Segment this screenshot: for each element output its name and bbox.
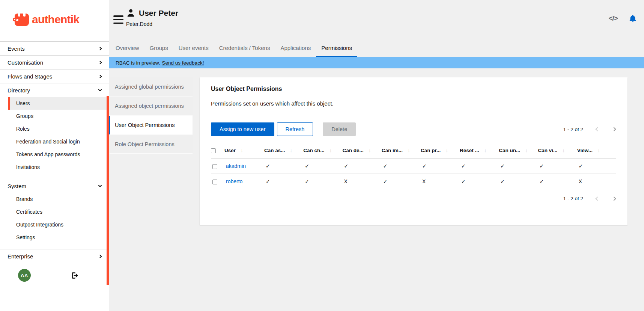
- sidebar-item-enterprise[interactable]: Enterprise: [0, 249, 109, 263]
- feedback-link[interactable]: Send us feedback!: [162, 60, 204, 66]
- column-header-view[interactable]: View...↕: [577, 143, 616, 159]
- permission-cell: ✓: [538, 159, 577, 174]
- sort-icon[interactable]: ↕: [290, 148, 293, 153]
- notifications-bell-icon[interactable]: [629, 14, 637, 23]
- page-title: User Peter: [139, 9, 178, 18]
- sidebar-item-tokens-and-app-passwords[interactable]: Tokens and App passwords: [8, 148, 109, 161]
- column-header-can-vi[interactable]: Can vi...↕: [538, 143, 577, 159]
- sidebar-scrollbar-thumb[interactable]: [107, 96, 109, 285]
- sidebar-item-customisation[interactable]: Customisation: [0, 56, 109, 69]
- app-window: authentik Events Customisation Flows and…: [0, 0, 644, 311]
- menu-toggle-button[interactable]: [113, 15, 123, 24]
- side-tab-user-object-permissions[interactable]: User Object Permissions: [109, 116, 193, 135]
- permission-cell: ✓: [303, 174, 342, 189]
- permissions-table: User↕ Can as...↕ Can ch...↕ Can de...↕ C…: [211, 143, 616, 189]
- user-object-permissions-card: User Object Permissions Permissions set …: [200, 77, 627, 225]
- avatar[interactable]: AA: [18, 269, 31, 282]
- tab-applications[interactable]: Applications: [275, 39, 316, 57]
- sort-icon[interactable]: ↕: [241, 148, 243, 153]
- permission-cell: ✓: [460, 159, 499, 174]
- column-header-can-de[interactable]: Can de...↕: [342, 143, 381, 159]
- sort-icon[interactable]: ↕: [329, 148, 332, 153]
- sidebar-item-roles[interactable]: Roles: [8, 122, 109, 135]
- authentik-logo-icon: [15, 14, 29, 26]
- chevron-left-icon: [595, 196, 599, 201]
- pagination-prev-button[interactable]: [595, 196, 600, 201]
- pagination-next-button[interactable]: [612, 127, 616, 131]
- permission-cell: ✓: [264, 174, 303, 189]
- card-title: User Object Permissions: [211, 86, 616, 92]
- sort-icon[interactable]: ↕: [445, 148, 448, 153]
- row-checkbox[interactable]: [212, 164, 217, 169]
- sidebar-item-label: Directory: [8, 87, 30, 94]
- tab-overview[interactable]: Overview: [110, 39, 144, 57]
- sidebar-item-flows-and-stages[interactable]: Flows and Stages: [0, 69, 109, 83]
- pagination-prev-button[interactable]: [595, 127, 600, 131]
- tab-groups[interactable]: Groups: [144, 39, 173, 57]
- chevron-right-icon: [98, 47, 102, 50]
- tab-permissions[interactable]: Permissions: [316, 39, 357, 57]
- sidebar-item-settings[interactable]: Settings: [8, 231, 109, 244]
- sidebar-item-label: Customisation: [8, 59, 43, 66]
- sidebar-item-federation-and-social-login[interactable]: Federation and Social login: [8, 135, 109, 148]
- chevron-down-icon: [98, 88, 102, 92]
- side-tab-role-object-permissions[interactable]: Role Object Permissions: [109, 135, 193, 154]
- column-header-user[interactable]: User↕: [224, 143, 264, 159]
- delete-button[interactable]: Delete: [323, 122, 356, 136]
- permissions-side-tabs: Assigned global permissions Assigned obj…: [109, 77, 193, 154]
- column-header-can-im[interactable]: Can im...↕: [382, 143, 421, 159]
- sidebar-item-directory[interactable]: Directory: [0, 83, 109, 97]
- chevron-right-icon: [98, 74, 102, 78]
- authentik-logo[interactable]: authentik: [0, 0, 109, 39]
- api-code-icon[interactable]: </>: [609, 14, 618, 23]
- chevron-right-icon: [98, 60, 102, 64]
- assign-to-new-user-button[interactable]: Assign to new user: [211, 122, 274, 136]
- select-all-checkbox[interactable]: [211, 148, 216, 153]
- table-header-row: User↕ Can as...↕ Can ch...↕ Can de...↕ C…: [211, 143, 616, 159]
- sort-icon[interactable]: ↕: [525, 148, 528, 153]
- logout-icon[interactable]: [71, 272, 78, 279]
- chevron-down-icon: [98, 184, 102, 187]
- user-icon: [126, 8, 135, 18]
- refresh-button[interactable]: Refresh: [277, 122, 313, 136]
- chevron-right-icon: [612, 127, 616, 131]
- sidebar-item-outpost-integrations[interactable]: Outpost Integrations: [8, 218, 109, 231]
- sidebar-item-events[interactable]: Events: [0, 42, 109, 55]
- sort-icon[interactable]: ↕: [369, 148, 371, 153]
- permission-cell: ✓: [538, 174, 577, 189]
- sort-icon[interactable]: ↕: [562, 148, 565, 153]
- user-link[interactable]: roberto: [226, 178, 242, 184]
- column-header-can-pr[interactable]: Can pr...↕: [421, 143, 460, 159]
- sort-icon[interactable]: ↕: [597, 148, 600, 153]
- chevron-left-icon: [595, 127, 599, 131]
- column-header-can-un[interactable]: Can un...↕: [499, 143, 538, 159]
- sort-icon[interactable]: ↕: [484, 148, 487, 153]
- side-tab-assigned-object-permissions[interactable]: Assigned object permissions: [109, 97, 193, 116]
- permission-cell: ✓: [382, 174, 421, 189]
- sidebar-item-users[interactable]: Users: [8, 97, 109, 110]
- sidebar-item-groups[interactable]: Groups: [8, 110, 109, 122]
- permission-cell: ✓: [342, 159, 381, 174]
- column-header-can-as[interactable]: Can as...↕: [264, 143, 303, 159]
- sidebar-item-system[interactable]: System: [0, 179, 109, 193]
- permission-cell: X: [577, 174, 616, 189]
- tab-credentials-tokens[interactable]: Credentials / Tokens: [214, 39, 275, 57]
- permission-cell: ✓: [421, 159, 460, 174]
- sidebar-item-certificates[interactable]: Certificates: [8, 205, 109, 218]
- pagination-bottom: 1 - 2 of 2: [563, 196, 616, 201]
- side-tab-assigned-global-permissions[interactable]: Assigned global permissions: [109, 77, 193, 97]
- sidebar-item-invitations[interactable]: Invitations: [8, 161, 109, 174]
- table-toolbar: Assign to new user Refresh Delete 1 - 2 …: [211, 122, 616, 136]
- column-header-can-ch[interactable]: Can ch...↕: [303, 143, 342, 159]
- column-header-reset[interactable]: Reset ...↕: [460, 143, 499, 159]
- tab-user-events[interactable]: User events: [173, 39, 214, 57]
- table-row: roberto ✓ ✓ X ✓ X ✓ ✓ ✓ X: [211, 174, 616, 189]
- user-link[interactable]: akadmin: [226, 163, 246, 169]
- table-row: akadmin ✓ ✓ ✓ ✓ ✓ ✓ ✓ ✓ ✓: [211, 159, 616, 174]
- page-title-block: User Peter Peter.Dodd: [126, 8, 178, 27]
- hamburger-icon: [113, 19, 123, 20]
- pagination-next-button[interactable]: [612, 196, 616, 201]
- row-checkbox[interactable]: [212, 180, 217, 184]
- sidebar-item-brands[interactable]: Brands: [8, 193, 109, 205]
- sort-icon[interactable]: ↕: [408, 148, 410, 153]
